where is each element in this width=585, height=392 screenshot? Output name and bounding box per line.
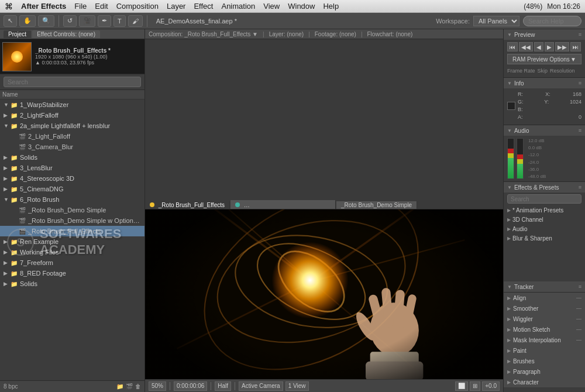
btn-last-frame[interactable]: ⏭ xyxy=(570,42,581,51)
btn-play-prev[interactable]: ◀ xyxy=(534,42,543,51)
folder-arrow[interactable]: ▶ xyxy=(4,186,9,192)
project-list-item[interactable]: ▶📁Working Files xyxy=(0,247,144,257)
project-list-item[interactable]: ▶📁7_Freeform xyxy=(0,257,144,268)
project-list-item[interactable]: ▶📁5_CinemaDNG xyxy=(0,184,144,194)
project-list-item[interactable]: ▶📁Solids xyxy=(0,278,144,289)
folder-arrow[interactable]: ▶ xyxy=(4,239,9,245)
menu-effect[interactable]: Effect xyxy=(194,2,213,11)
project-list-item[interactable]: ▶📁Solids xyxy=(0,152,144,163)
folder-arrow[interactable]: ▶ xyxy=(4,281,9,287)
folder-arrow[interactable]: ▶ xyxy=(4,249,9,255)
folder-arrow[interactable]: ▶ xyxy=(4,270,9,276)
align-header[interactable]: ▶ Align — xyxy=(504,293,585,303)
camera-tool[interactable]: 🎥 xyxy=(79,15,95,27)
tab-project[interactable]: Project xyxy=(4,30,31,38)
trash-icon[interactable]: 🗑 xyxy=(135,383,141,390)
folder-arrow[interactable]: ▶ xyxy=(4,112,9,118)
help-search[interactable] xyxy=(523,16,581,26)
folder-arrow[interactable]: ▶ xyxy=(4,154,9,160)
btn-play[interactable]: ▶ xyxy=(545,42,554,51)
ram-preview-button[interactable]: RAM Preview Options ▼ xyxy=(507,54,581,64)
folder-arrow[interactable]: ▶ xyxy=(4,176,9,181)
text-tool[interactable]: T xyxy=(113,15,126,27)
folder-arrow[interactable]: ▶ xyxy=(4,260,9,266)
smoother-header[interactable]: ▶ Smoother — xyxy=(504,303,585,314)
menu-edit[interactable]: Edit xyxy=(95,2,108,11)
audio-panel-options[interactable]: ≡ xyxy=(579,128,581,133)
preview-header[interactable]: ▼ Preview ≡ xyxy=(504,29,585,40)
selection-tool[interactable]: ↖ xyxy=(4,15,17,27)
zoom-selector[interactable]: 50% xyxy=(149,381,166,391)
resolution-selector[interactable]: Half xyxy=(215,381,231,391)
comp-tab-demo-simple[interactable]: _Roto Brush_Demo Simple xyxy=(336,201,417,209)
comp-tab-full-effects[interactable]: _Roto Brush_Full_Effects xyxy=(145,201,230,209)
effects-header[interactable]: ▼ Effects & Presets ≡ xyxy=(504,182,585,192)
folder-arrow[interactable]: ▶ xyxy=(4,165,9,171)
project-list-item[interactable]: ▶📁2_LightFalloff xyxy=(0,110,144,121)
exposure-btn[interactable]: +0.0 xyxy=(482,381,500,391)
menu-layer[interactable]: Layer xyxy=(167,2,186,11)
project-list-item[interactable]: ▶📁Ren Example xyxy=(0,236,144,247)
project-list-item[interactable]: 🎬_Roto Brush_Demo Simple w Optional Hand… xyxy=(0,215,144,226)
project-list-item[interactable]: 🎬2_Light_Falloff xyxy=(0,131,144,142)
btn-prev-frame[interactable]: ◀◀ xyxy=(519,42,533,51)
mask-interp-header[interactable]: ▶ Mask Interpolation — xyxy=(504,335,585,345)
folder-arrow[interactable]: ▼ xyxy=(4,197,9,202)
info-panel-options[interactable]: ≡ xyxy=(579,80,581,86)
project-list-item[interactable]: ▶📁4_Stereoscopic 3D xyxy=(0,173,144,184)
folder-arrow[interactable]: ▼ xyxy=(4,102,9,108)
workspace-selector[interactable]: All Panels xyxy=(473,16,519,26)
project-list-item[interactable]: ▼📁1_WarpStabilizer xyxy=(0,99,144,110)
effects-panel-options[interactable]: ≡ xyxy=(579,184,581,190)
effects-search-input[interactable] xyxy=(507,194,581,204)
tracker-panel-options[interactable]: ≡ xyxy=(579,284,581,290)
project-list-item[interactable]: 🎬_Roto Brush_Demo Simple xyxy=(0,205,144,215)
wiggler-header[interactable]: ▶ Wiggler — xyxy=(504,314,585,324)
effect-cat-3d[interactable]: ▶ 3D Channel xyxy=(504,215,585,224)
info-header[interactable]: ▼ Info ≡ xyxy=(504,78,585,88)
effect-cat-audio[interactable]: ▶ Audio xyxy=(504,224,585,233)
audio-header[interactable]: ▼ Audio ≡ xyxy=(504,125,585,136)
grid-btn[interactable]: ⊞ xyxy=(470,381,480,391)
view-selector[interactable]: Active Camera xyxy=(239,381,283,391)
viewer-area[interactable] xyxy=(145,209,503,379)
hand-tool[interactable]: ✋ xyxy=(19,15,36,27)
effect-cat-blur[interactable]: ▶ Blur & Sharpen xyxy=(504,233,585,243)
project-list-item[interactable]: 🎬_Roto Brush_Full_Effects xyxy=(0,226,144,236)
rotate-tool[interactable]: ↺ xyxy=(63,15,77,27)
effect-cat-animation[interactable]: ▶ * Animation Presets xyxy=(504,205,585,215)
btn-play-next[interactable]: ▶▶ xyxy=(555,42,569,51)
project-list-item[interactable]: ▼📁6_Roto Brush xyxy=(0,194,144,205)
project-list[interactable]: ▼📁1_WarpStabilizer▶📁2_LightFalloff▼📁2a_s… xyxy=(0,99,144,380)
preview-panel-options[interactable]: ≡ xyxy=(579,32,581,37)
project-list-item[interactable]: 🎬3_Camera_Blur xyxy=(0,142,144,152)
view-count-selector[interactable]: 1 View xyxy=(285,381,309,391)
comp-icon[interactable]: 🎬 xyxy=(126,383,133,390)
brush-tool[interactable]: 🖌 xyxy=(128,15,143,27)
character-header[interactable]: ▶ Character xyxy=(504,377,585,387)
brushes-header[interactable]: ▶ Brushes xyxy=(504,356,585,366)
comp-tab-optional-hand[interactable]: _Roto Brush_Demo Simple w Optional Final… xyxy=(230,200,336,209)
project-list-item[interactable]: ▼📁2a_simple Lightfalloff + lensblur xyxy=(0,121,144,131)
menu-animation[interactable]: Animation xyxy=(221,2,255,11)
menu-window[interactable]: Window xyxy=(288,2,315,11)
motion-sketch-header[interactable]: ▶ Motion Sketch — xyxy=(504,324,585,335)
paragraph-header[interactable]: ▶ Paragraph xyxy=(504,366,585,377)
btn-first-frame[interactable]: ⏮ xyxy=(507,42,518,51)
menu-view[interactable]: View xyxy=(263,2,280,11)
menu-composition[interactable]: Composition xyxy=(116,2,159,11)
menu-file[interactable]: File xyxy=(74,2,87,11)
tracker-header[interactable]: ▼ Tracker ≡ xyxy=(504,281,585,292)
tab-effect-controls[interactable]: Effect Controls: (none) xyxy=(32,30,100,38)
project-search-input[interactable] xyxy=(4,77,141,87)
timecode-display[interactable]: 0:00:00:06 xyxy=(174,381,207,391)
apple-menu[interactable]: ⌘ xyxy=(5,2,13,11)
project-list-item[interactable]: ▶📁3_LensBlur xyxy=(0,163,144,173)
menu-help[interactable]: Help xyxy=(323,2,339,11)
folder-icon[interactable]: 📁 xyxy=(116,383,123,390)
zoom-tool[interactable]: 🔍 xyxy=(38,15,54,27)
folder-arrow[interactable]: ▼ xyxy=(4,123,9,129)
project-list-item[interactable]: ▶📁8_RED Footage xyxy=(0,268,144,278)
safe-zones-btn[interactable]: ⬜ xyxy=(455,381,468,391)
paint-header[interactable]: ▶ Paint xyxy=(504,345,585,356)
